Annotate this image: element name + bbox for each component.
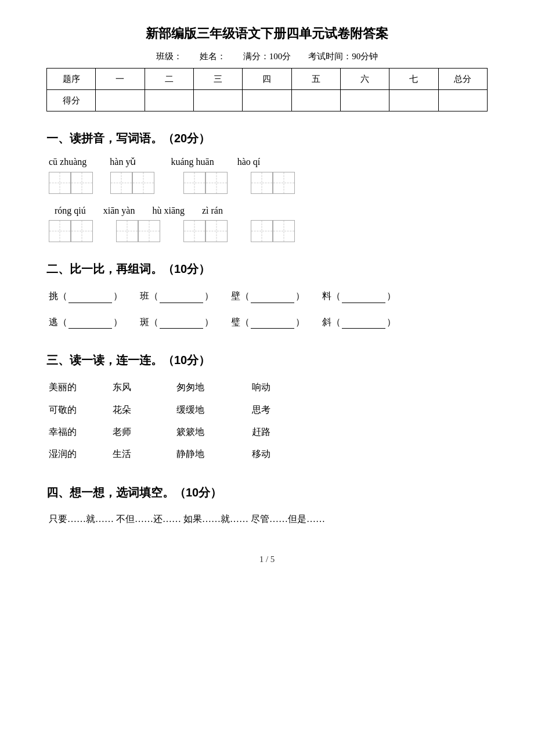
char-box <box>71 220 93 242</box>
score-3 <box>193 90 242 111</box>
score-2 <box>145 90 193 111</box>
char-box <box>49 220 71 242</box>
blank-ban2 <box>160 316 203 329</box>
pinyin-6: xiān yàn <box>103 203 135 218</box>
char-bi1-close: ） <box>295 285 305 307</box>
blank-item-tiao: 挑（ ） <box>49 285 122 307</box>
char-xie-close: ） <box>387 311 396 333</box>
pinyin-1: cū zhuàng <box>49 154 86 170</box>
total-label: 满分：100分 <box>243 49 291 63</box>
pinyin-row1: cū zhuàng hàn yǔ kuáng huān hào qí <box>49 154 488 170</box>
blank-xie <box>342 316 385 329</box>
score-total <box>438 90 487 111</box>
section2-content: 挑（ ） 班（ ） 壁（ ） 料（ ） 逃（ ） 斑（ ） <box>49 285 488 333</box>
char-tao-close: ） <box>113 311 122 333</box>
s3-col3-r2: 缓缓地 <box>176 399 252 421</box>
section4-content: 只要……就…… 不但……还…… 如果……就…… 尽管……但是…… <box>49 509 488 529</box>
char-tiao: 挑（ <box>49 285 67 307</box>
blank-bi2 <box>251 316 294 329</box>
s3-col2-r4: 生活 <box>113 443 176 465</box>
blank-item-ban2: 斑（ ） <box>140 311 214 333</box>
char-box <box>71 172 93 194</box>
char-box <box>183 220 205 242</box>
s3-col1-r2: 可敬的 <box>49 399 113 421</box>
pinyin-8: zì rán <box>202 203 223 218</box>
char-box <box>273 172 295 194</box>
char-xie: 斜（ <box>322 311 341 333</box>
char-box <box>205 220 228 242</box>
blank-tao <box>68 316 112 329</box>
char-boxes-row2 <box>49 220 488 242</box>
word-boxes-8 <box>251 220 295 242</box>
blank-item-bi2: 璧（ ） <box>231 311 305 333</box>
pinyin-4: hào qí <box>237 154 261 170</box>
col-header-1: 一 <box>96 69 145 90</box>
s3-col1-r1: 美丽的 <box>49 376 113 398</box>
char-box <box>251 220 273 242</box>
char-box <box>273 220 295 242</box>
section4-title: 四、想一想，选词填空。（10分） <box>46 483 488 502</box>
char-bi1: 壁（ <box>231 285 250 307</box>
col-header-2: 二 <box>145 69 193 90</box>
class-label: 班级： <box>156 49 182 63</box>
score-7 <box>389 90 438 111</box>
word-boxes-7 <box>183 220 228 242</box>
score-label: 得分 <box>47 90 96 111</box>
pinyin-7: hù xiāng <box>152 203 185 218</box>
blank-ban <box>160 290 203 303</box>
col-header-6: 六 <box>340 69 389 90</box>
s3-col2-r3: 老师 <box>113 421 176 443</box>
blank-item-tao: 逃（ ） <box>49 311 122 333</box>
section3-content: 美丽的 东风 匆匆地 响动 可敬的 花朵 缓缓地 思考 幸福的 老师 簌簌地 赶… <box>49 376 488 466</box>
char-ban: 班（ <box>140 285 158 307</box>
char-liao-close: ） <box>387 285 396 307</box>
col-header-5: 五 <box>291 69 340 90</box>
col-header-4: 四 <box>243 69 291 90</box>
page-footer: 1 / 5 <box>46 552 488 566</box>
char-box <box>183 172 205 194</box>
blank-item-liao: 料（ ） <box>322 285 396 307</box>
char-ban2: 斑（ <box>140 311 158 333</box>
section1-title: 一、读拼音，写词语。（20分） <box>46 129 488 147</box>
char-box <box>110 172 132 194</box>
s3-col3-r3: 簌簌地 <box>176 421 252 443</box>
s3-col3-r1: 匆匆地 <box>176 376 252 398</box>
char-ban2-close: ） <box>204 311 214 333</box>
word-boxes-5 <box>49 220 93 242</box>
pinyin-3: kuáng huān <box>171 154 214 170</box>
page-title: 新部编版三年级语文下册四单元试卷附答案 <box>46 23 488 44</box>
score-table-header-row: 题序 一 二 三 四 五 六 七 总分 <box>47 69 488 90</box>
word-boxes-2 <box>110 172 154 194</box>
score-1 <box>96 90 145 111</box>
char-box <box>132 172 154 194</box>
section2-title: 二、比一比，再组词。（10分） <box>46 260 488 278</box>
word-boxes-6 <box>116 220 160 242</box>
blank-liao <box>342 290 385 303</box>
exam-info: 班级： 姓名： 满分：100分 考试时间：90分钟 <box>46 49 488 63</box>
pinyin-row2: róng qiú xiān yàn hù xiāng zì rán <box>55 203 488 218</box>
char-tiao-close: ） <box>113 285 122 307</box>
s3-col1-r3: 幸福的 <box>49 421 113 443</box>
char-bi2-close: ） <box>295 311 305 333</box>
s3-col1-r4: 湿润的 <box>49 443 113 465</box>
score-5 <box>291 90 340 111</box>
s3-col3-r4: 静静地 <box>176 443 252 465</box>
word-boxes-1 <box>49 172 93 194</box>
s3-col4-r4: 移动 <box>252 443 310 465</box>
char-ban-close: ） <box>204 285 214 307</box>
char-box <box>205 172 228 194</box>
score-table-score-row: 得分 <box>47 90 488 111</box>
word-boxes-3 <box>183 172 228 194</box>
char-box <box>49 172 71 194</box>
char-box <box>138 220 160 242</box>
pinyin-5: róng qiú <box>55 203 86 218</box>
time-label: 考试时间：90分钟 <box>308 49 378 63</box>
s3-col4-r2: 思考 <box>252 399 310 421</box>
char-box <box>116 220 138 242</box>
blank-bi1 <box>251 290 294 303</box>
word-boxes-4 <box>251 172 295 194</box>
score-4 <box>243 90 291 111</box>
pinyin-2: hàn yǔ <box>110 154 136 170</box>
section2-row1: 挑（ ） 班（ ） 壁（ ） 料（ ） <box>49 285 488 307</box>
blank-item-xie: 斜（ ） <box>322 311 396 333</box>
